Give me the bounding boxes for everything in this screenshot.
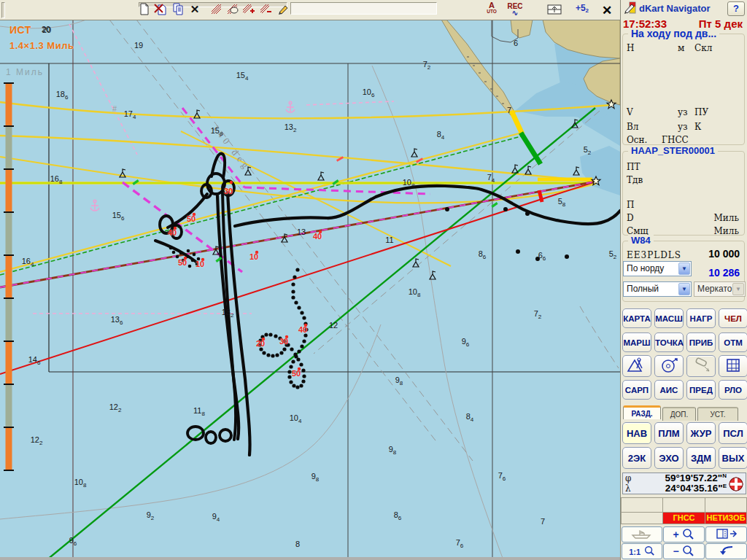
chart-canvas[interactable]: ИСТ 20 1.4×1.3 Миль 1 Миль 140 deg # 201… <box>0 0 620 560</box>
status-cell-empty <box>662 497 705 513</box>
datum-icon[interactable] <box>728 476 744 492</box>
view-mode-select[interactable]: Полный▼ <box>623 281 692 297</box>
toolbar-grip[interactable] <box>1 2 5 18</box>
latitude-value: 59°19'57.22"N <box>665 472 727 483</box>
status-cell-empty <box>621 497 663 513</box>
btn-rlo[interactable]: РЛО <box>719 380 747 400</box>
grid-button[interactable] <box>719 355 747 377</box>
close-icon[interactable]: ✕ <box>600 3 614 17</box>
btn-ais[interactable]: АИС <box>654 380 684 400</box>
route-group: HAAP_STER00001 ПТ Тдв П DМиль СмщМиль <box>622 151 745 236</box>
hatch-remove-icon[interactable] <box>258 3 273 17</box>
btn-plm[interactable]: ПЛМ <box>654 422 684 444</box>
chevron-down-icon[interactable]: ▼ <box>678 283 690 295</box>
btn-otm[interactable]: ОТМ <box>719 332 747 352</box>
rec-icon[interactable]: REC∿ <box>505 3 525 17</box>
field-v: VузПУ <box>627 107 740 118</box>
plus5-icon[interactable]: +52 <box>573 3 592 17</box>
delete-chart-icon[interactable] <box>153 3 168 17</box>
hatch-ellipse-icon[interactable] <box>225 3 240 17</box>
delete-icon[interactable]: ✕ <box>187 3 202 17</box>
window-shift-icon[interactable] <box>546 3 563 17</box>
btn-sarp[interactable]: САРП <box>622 380 651 400</box>
btn-massh[interactable]: МАСШ <box>654 308 684 328</box>
btn-pred[interactable]: ПРЕД <box>686 380 716 400</box>
chevron-down-icon[interactable]: ▼ <box>678 262 690 275</box>
btn-psl[interactable]: ПСЛ <box>719 422 747 444</box>
field-pt: ПТ <box>627 162 740 173</box>
side-panel: dKart Navigator ? 17:52:33 Пт 5 дек На х… <box>620 0 747 560</box>
bearing-circle-button[interactable] <box>654 355 684 377</box>
orientation-select[interactable]: По норду▼ <box>623 261 692 276</box>
btn-tochka[interactable]: ТОЧКА <box>654 332 684 352</box>
gnss-status-badge[interactable]: ГНСС <box>662 512 705 524</box>
app-title: dKart Navigator <box>639 3 711 14</box>
chart-scale-value: 10 000 <box>708 248 740 260</box>
lambda-symbol: λ <box>625 483 631 494</box>
coordinates-box: φ λ 59°19'57.22"N 24°04'35.16"E <box>622 472 746 494</box>
copy-icon[interactable] <box>171 3 185 17</box>
edit-pencil-icon[interactable] <box>276 3 290 17</box>
btn-zhur[interactable]: ЖУР <box>686 422 716 444</box>
panel-titlebar: dKart Navigator ? <box>621 0 747 16</box>
chart-svg <box>0 0 620 560</box>
field-osn: Осн.ГНСС <box>627 135 740 146</box>
btn-karta[interactable]: КАРТА <box>622 308 651 328</box>
motion-group: На ходу под дв... НмСкл VузПУ ВлузК Осн.… <box>622 34 745 145</box>
zoom-1to1-button[interactable]: 1:1 <box>622 543 662 559</box>
btn-nagr[interactable]: НАГР <box>686 308 716 328</box>
ship-center-button[interactable] <box>622 526 662 542</box>
sea-area <box>0 20 620 560</box>
btn-chel[interactable]: ЧЕЛ <box>719 308 747 328</box>
field-h: НмСкл <box>627 43 740 54</box>
btn-zdm[interactable]: ЗДМ <box>686 447 716 469</box>
phi-symbol: φ <box>625 473 631 483</box>
btn-prib[interactable]: ПРИБ <box>686 332 716 352</box>
auto-icon[interactable]: АUTO <box>483 3 500 17</box>
help-button[interactable]: ? <box>727 1 745 16</box>
top-toolbar: ✕ АUTO REC∿ +52 ✕ <box>0 0 620 20</box>
panel-shift-button[interactable] <box>705 526 747 542</box>
chevron-down-icon: ▼ <box>732 283 744 295</box>
new-chart-icon[interactable] <box>137 3 152 17</box>
btn-2ek[interactable]: 2ЭК <box>622 447 651 469</box>
btn-nav[interactable]: НАВ <box>622 422 651 444</box>
app-logo-icon <box>624 1 637 15</box>
btn-vyh[interactable]: ВЫХ <box>719 447 747 469</box>
depth-alarm-badge[interactable]: НЕТИЗОБ <box>705 512 747 524</box>
tab-razd[interactable]: РАЗД. <box>623 405 661 419</box>
field-d: DМиль <box>627 213 740 224</box>
field-tdv: Тдв <box>627 175 740 186</box>
erase-tool-button[interactable] <box>686 355 716 377</box>
route-measure-button[interactable] <box>622 355 651 377</box>
current-scale-value: 10 286 <box>708 267 740 279</box>
zoom-in-button[interactable]: + <box>663 526 705 542</box>
chart-bottom-edge <box>0 557 620 560</box>
hatch-add-icon[interactable] <box>241 3 255 17</box>
tab-ust[interactable]: УСТ. <box>697 407 738 421</box>
projection-select[interactable]: Меркато▼ <box>694 281 746 297</box>
field-p: П <box>627 200 740 211</box>
tab-dop[interactable]: ДОП. <box>662 407 696 421</box>
undo-view-button[interactable] <box>705 543 747 559</box>
btn-marsh[interactable]: МАРШ <box>622 332 651 352</box>
status-cell-empty <box>705 497 747 513</box>
dkart-navigator-app: ИСТ 20 1.4×1.3 Миль 1 Миль 140 deg # 201… <box>0 0 747 560</box>
longitude-value: 24°04'35.16"E <box>665 483 727 494</box>
toolbar-field[interactable] <box>290 2 437 15</box>
status-cell-empty <box>621 512 663 524</box>
field-vl: ВлузК <box>627 122 740 133</box>
zoom-out-button[interactable]: − <box>663 543 705 559</box>
btn-eho[interactable]: ЭХО <box>654 447 684 469</box>
hatch-area-icon[interactable] <box>209 3 223 17</box>
